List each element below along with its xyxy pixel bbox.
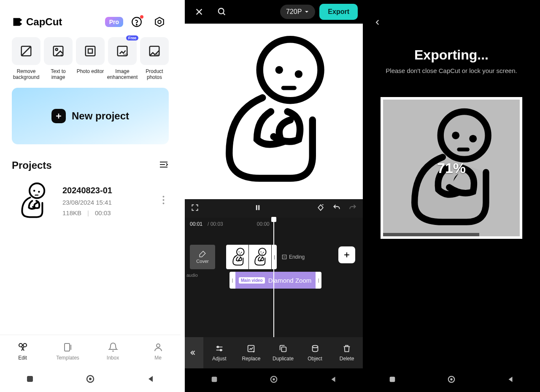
svg-point-12 bbox=[56, 49, 58, 51]
time-total: / 00:03 bbox=[208, 221, 223, 227]
tool-adjust[interactable]: Adjust bbox=[203, 344, 235, 362]
tool-delete[interactable]: Delete bbox=[331, 344, 363, 362]
free-tag: Free bbox=[126, 35, 138, 41]
timeline[interactable]: 00:01 / 00:03 00:00 audio Cover | Ending… bbox=[185, 218, 363, 337]
nav-edit[interactable]: Edit bbox=[0, 335, 45, 368]
svg-rect-24 bbox=[65, 343, 70, 351]
sys-recent-icon[interactable] bbox=[211, 376, 218, 385]
playback-controls bbox=[185, 199, 363, 218]
search-button[interactable] bbox=[213, 3, 231, 21]
svg-rect-26 bbox=[27, 376, 33, 382]
settings-button[interactable] bbox=[150, 13, 169, 31]
project-thumbnail bbox=[12, 180, 54, 222]
effect-handle-left[interactable]: | bbox=[230, 272, 235, 289]
svg-point-29 bbox=[219, 8, 224, 14]
svg-rect-14 bbox=[88, 49, 92, 53]
bottom-nav: Edit Templates Inbox Me bbox=[0, 335, 181, 368]
export-percent: 71% bbox=[437, 160, 466, 176]
tool-replace[interactable]: Replace bbox=[235, 344, 267, 362]
export-topbar bbox=[363, 0, 540, 46]
back-button[interactable] bbox=[374, 19, 381, 28]
app-name: CapCut bbox=[26, 16, 62, 28]
new-project-button[interactable]: New project bbox=[12, 88, 169, 144]
svg-rect-38 bbox=[212, 377, 217, 382]
svg-rect-11 bbox=[54, 46, 63, 56]
ending-marker[interactable]: Ending bbox=[281, 254, 305, 260]
add-clip-button[interactable] bbox=[338, 246, 355, 263]
svg-point-34 bbox=[220, 349, 222, 351]
pause-button[interactable] bbox=[254, 203, 262, 214]
sys-recent-icon[interactable] bbox=[389, 376, 396, 385]
sys-recent-icon[interactable] bbox=[26, 375, 34, 385]
project-date: 23/08/2024 15:41 bbox=[62, 199, 150, 206]
projects-title: Projects bbox=[12, 160, 52, 171]
svg-rect-41 bbox=[390, 377, 395, 382]
project-item[interactable]: 20240823-01 23/08/2024 15:41 118KB | 00:… bbox=[0, 177, 181, 224]
tool-text-to-image[interactable]: Text to image bbox=[44, 37, 73, 80]
svg-point-20 bbox=[163, 199, 165, 201]
video-clip[interactable]: | bbox=[226, 245, 277, 269]
sys-back-icon[interactable] bbox=[329, 376, 337, 385]
tool-product-photos[interactable]: AI Product photos bbox=[140, 37, 169, 80]
sys-back-icon[interactable] bbox=[507, 376, 514, 385]
close-button[interactable] bbox=[190, 3, 208, 21]
export-preview: 71% bbox=[381, 97, 522, 239]
nav-templates[interactable]: Templates bbox=[45, 335, 90, 368]
clip-handle-right[interactable]: | bbox=[272, 245, 277, 269]
sys-home-icon[interactable] bbox=[448, 376, 455, 385]
nav-inbox[interactable]: Inbox bbox=[90, 335, 135, 368]
tool-object[interactable]: Object bbox=[299, 344, 331, 362]
home-screen: CapCut Pro Remove background Text to ima… bbox=[0, 0, 181, 392]
playhead[interactable] bbox=[273, 218, 274, 337]
tool-remove-background[interactable]: Remove background bbox=[12, 37, 40, 80]
projects-header: Projects bbox=[0, 144, 181, 177]
pro-badge[interactable]: Pro bbox=[105, 17, 123, 27]
undo-button[interactable] bbox=[332, 203, 341, 214]
project-duration: 00:03 bbox=[95, 209, 111, 216]
tools-row: Remove background Text to image Photo ed… bbox=[0, 37, 181, 88]
svg-point-28 bbox=[89, 378, 92, 380]
export-subtitle: Please don't close CapCut or lock your s… bbox=[363, 67, 540, 74]
home-header: CapCut Pro bbox=[0, 0, 181, 37]
svg-point-9 bbox=[158, 20, 161, 24]
time-tick: 00:00 bbox=[257, 221, 270, 227]
svg-point-21 bbox=[163, 203, 165, 204]
nav-me[interactable]: Me bbox=[135, 335, 181, 368]
svg-point-37 bbox=[312, 346, 318, 348]
project-meta: 20240823-01 23/08/2024 15:41 118KB | 00:… bbox=[62, 186, 150, 216]
export-progress-bar bbox=[383, 233, 479, 236]
system-nav-3 bbox=[363, 368, 540, 392]
tool-duplicate[interactable]: Duplicate bbox=[267, 344, 299, 362]
cover-clip[interactable]: Cover bbox=[190, 245, 215, 269]
effect-tag: Main video bbox=[239, 277, 265, 284]
svg-marker-8 bbox=[155, 17, 164, 27]
svg-point-43 bbox=[450, 378, 452, 380]
svg-rect-13 bbox=[86, 46, 95, 56]
time-current: 00:01 bbox=[190, 221, 202, 227]
svg-point-40 bbox=[273, 378, 275, 380]
edit-toolbar: Adjust Replace Duplicate Object Delete bbox=[185, 337, 363, 368]
project-size: 118KB bbox=[62, 209, 81, 216]
tool-image-enhancement[interactable]: Free HD Image enhancement bbox=[108, 37, 137, 80]
export-title: Exporting... bbox=[363, 47, 540, 63]
effect-handle-right[interactable]: | bbox=[316, 272, 321, 289]
svg-point-25 bbox=[157, 344, 160, 347]
sys-home-icon[interactable] bbox=[270, 376, 278, 385]
export-button[interactable]: Export bbox=[319, 4, 358, 20]
sort-button[interactable] bbox=[159, 160, 169, 171]
help-button[interactable] bbox=[127, 13, 146, 31]
resolution-dropdown[interactable]: 720P bbox=[280, 5, 315, 19]
keyframe-button[interactable] bbox=[316, 203, 325, 214]
project-more-button[interactable] bbox=[158, 192, 169, 210]
sys-home-icon[interactable] bbox=[86, 375, 94, 385]
preview-canvas[interactable] bbox=[185, 24, 363, 199]
sys-back-icon[interactable] bbox=[146, 375, 155, 385]
tool-photo-editor[interactable]: Photo editor bbox=[76, 37, 105, 80]
fullscreen-button[interactable] bbox=[191, 203, 199, 214]
notification-dot bbox=[140, 15, 143, 19]
toolbar-back-button[interactable] bbox=[185, 337, 203, 368]
redo-button[interactable] bbox=[348, 203, 357, 214]
svg-point-7 bbox=[136, 24, 137, 25]
effect-clip[interactable]: | Main video Diamond Zoom | bbox=[230, 272, 358, 289]
logo-icon bbox=[12, 16, 24, 28]
